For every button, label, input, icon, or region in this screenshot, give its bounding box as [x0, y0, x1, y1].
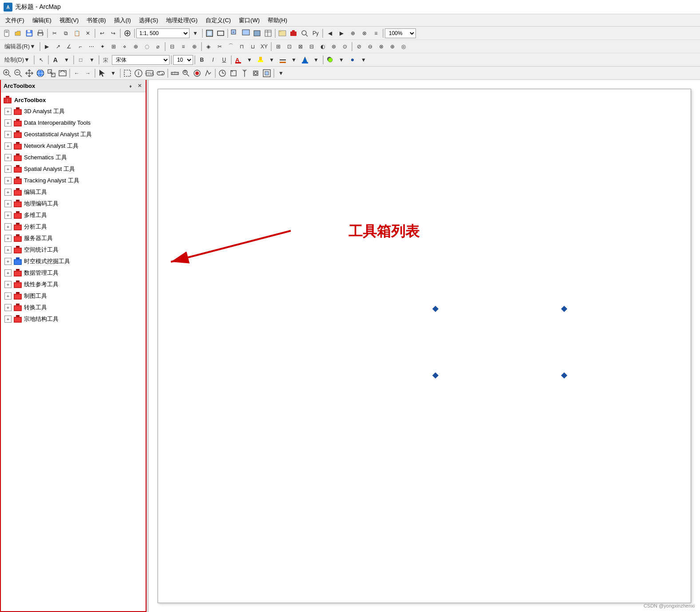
edit-misc4[interactable]: ⊟ [306, 41, 317, 52]
menu-file[interactable]: 文件(F) [2, 16, 28, 25]
edit-merge[interactable]: ⊔ [248, 41, 258, 52]
menu-help[interactable]: 帮助(H) [264, 16, 291, 25]
edit-tool6[interactable]: ⊞ [108, 41, 119, 52]
edit-misc2[interactable]: ⊡ [284, 41, 295, 52]
highlight-btn[interactable] [255, 55, 266, 65]
dot-btn[interactable] [347, 55, 358, 65]
scale-dropdown[interactable]: 1:1, 500 [136, 28, 190, 38]
expand-btn-11[interactable]: + [4, 235, 12, 242]
panel-pin-btn[interactable]: ♦ [127, 83, 134, 90]
edit-tool3[interactable]: ⌐ [75, 41, 86, 52]
scale-dropdown-arrow[interactable]: ▼ [190, 28, 201, 39]
delete-button[interactable]: ✕ [83, 28, 93, 39]
python-btn[interactable]: Py [310, 28, 321, 39]
layout-view-button[interactable] [204, 28, 215, 39]
edit-tool9[interactable]: ◌ [142, 41, 152, 52]
edit-more[interactable]: ⊕ [189, 41, 200, 52]
line-color-arrow[interactable]: ▼ [289, 55, 299, 65]
menu-edit[interactable]: 编辑(E) [29, 16, 55, 25]
data-view-button[interactable] [215, 28, 226, 39]
info-btn[interactable]: i [133, 68, 144, 79]
time-btn[interactable] [217, 68, 228, 79]
edit-attr[interactable]: ≡ [178, 41, 189, 52]
copy-button[interactable]: ⧉ [60, 28, 71, 39]
edit-reshape[interactable]: ⌒ [225, 41, 236, 52]
italic-button[interactable]: I [208, 55, 218, 65]
expand-btn-4[interactable]: + [4, 154, 12, 161]
shadow-arrow[interactable]: ▼ [336, 55, 347, 65]
expand-btn-9[interactable]: + [4, 212, 12, 219]
rotate-btn[interactable] [228, 68, 239, 79]
edit-tool2[interactable]: ∠ [64, 41, 75, 52]
paste-button[interactable]: 📋 [71, 28, 82, 39]
edit-misc1[interactable]: ⊞ [273, 41, 284, 52]
expand-btn-2[interactable]: + [4, 131, 12, 138]
find-btn[interactable] [181, 68, 191, 79]
expand-btn-17[interactable]: + [4, 304, 12, 311]
toggle-btn[interactable]: ▼ [276, 68, 286, 79]
new-button[interactable] [2, 28, 12, 39]
draw-text[interactable]: A [50, 55, 61, 65]
edit-tool7[interactable]: ⋄ [119, 41, 130, 52]
back-extent[interactable]: ← [71, 68, 82, 79]
fwd-extent[interactable]: → [83, 68, 93, 79]
save-button[interactable] [24, 28, 35, 39]
tool-item-3[interactable]: + Network Analyst 工具 [1, 140, 146, 152]
edit-misc8[interactable]: ⊘ [354, 41, 364, 52]
tool-item-7[interactable]: + 编辑工具 [1, 186, 146, 198]
edit-misc12[interactable]: ◎ [398, 41, 409, 52]
tool-item-4[interactable]: + Schematics 工具 [1, 152, 146, 163]
tool-item-16[interactable]: + 制图工具 [1, 290, 146, 302]
catalog-btn[interactable] [277, 28, 288, 39]
edit-misc5[interactable]: ◐ [317, 41, 328, 52]
tool-item-2[interactable]: + Geostatistical Analyst 工具 [1, 129, 146, 140]
zoom-out-map[interactable] [13, 68, 24, 79]
tool-item-10[interactable]: + 分析工具 [1, 221, 146, 233]
expand-btn-3[interactable]: + [4, 142, 12, 150]
expand-extent[interactable] [46, 68, 57, 79]
tool-item-9[interactable]: + 多维工具 [1, 209, 146, 221]
nav-btn1[interactable]: ◀ [324, 28, 335, 39]
toolbox-root[interactable]: ArcToolbox [1, 94, 146, 106]
tool-item-0[interactable]: + 3D Analyst 工具 [1, 106, 146, 117]
nav-btn4[interactable]: ⊗ [359, 28, 370, 39]
edit-cut[interactable]: ✂ [214, 41, 225, 52]
tool-item-5[interactable]: + Spatial Analyst 工具 [1, 163, 146, 175]
tool-item-12[interactable]: + 空间统计工具 [1, 244, 146, 256]
menu-geoprocessing[interactable]: 地理处理(G) [162, 16, 201, 25]
mag-glass-btn[interactable] [250, 68, 261, 79]
tool-item-18[interactable]: + 宗地结构工具 [1, 313, 146, 325]
overview-btn[interactable] [261, 68, 272, 79]
edit-tool1[interactable]: ↗ [53, 41, 63, 52]
line-color-btn[interactable] [277, 55, 288, 65]
tool-item-1[interactable]: + Data Interoperability Tools [1, 117, 146, 129]
menu-bookmark[interactable]: 书签(B) [83, 16, 109, 25]
panel-close-btn[interactable]: ✕ [136, 83, 143, 90]
route-btn[interactable] [203, 68, 214, 79]
edit-reshape2[interactable]: ⊓ [237, 41, 247, 52]
measure-btn[interactable] [170, 68, 180, 79]
edit-tool4[interactable]: ⋯ [86, 41, 97, 52]
font-color-arrow[interactable]: ▼ [244, 55, 255, 65]
zoom-in-map[interactable] [2, 68, 12, 79]
html-popup[interactable]: HTML [144, 68, 155, 79]
add-data-button[interactable] [122, 28, 133, 39]
fill-color-btn[interactable] [300, 55, 310, 65]
expand-btn-0[interactable]: + [4, 108, 12, 115]
underline-button[interactable]: U [219, 55, 229, 65]
table-btn[interactable] [263, 28, 273, 39]
open-button[interactable] [13, 28, 24, 39]
edit-misc11[interactable]: ⊕ [387, 41, 398, 52]
font-dropdown[interactable]: 宋体 [112, 55, 170, 65]
edit-misc6[interactable]: ⊛ [328, 41, 339, 52]
search-btn[interactable] [299, 28, 310, 39]
expand-btn-12[interactable]: + [4, 246, 12, 253]
menu-customize[interactable]: 自定义(C) [202, 16, 234, 25]
highlight-arrow[interactable]: ▼ [266, 55, 277, 65]
pan-tool[interactable] [24, 68, 35, 79]
shadow-btn[interactable] [325, 55, 336, 65]
expand-btn-7[interactable]: + [4, 189, 12, 196]
edit-xy[interactable]: XY [259, 41, 269, 52]
select-btn-arrow[interactable]: ▼ [108, 68, 119, 79]
expand-btn-10[interactable]: + [4, 223, 12, 230]
